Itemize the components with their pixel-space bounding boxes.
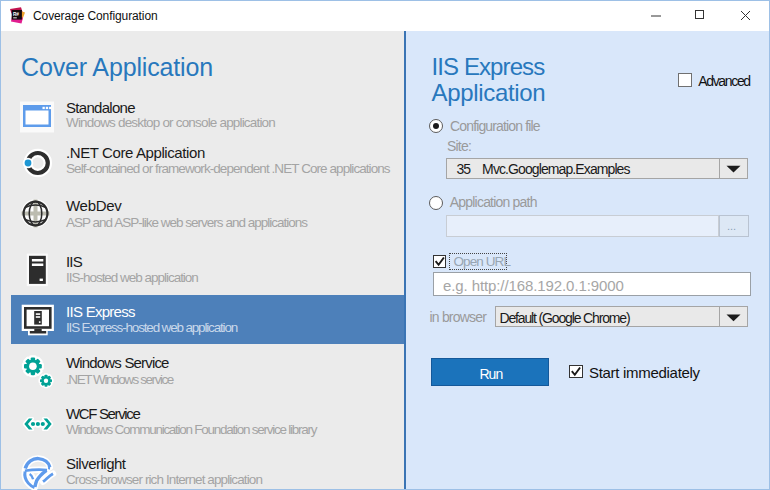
svg-text:R#: R#	[13, 12, 19, 17]
